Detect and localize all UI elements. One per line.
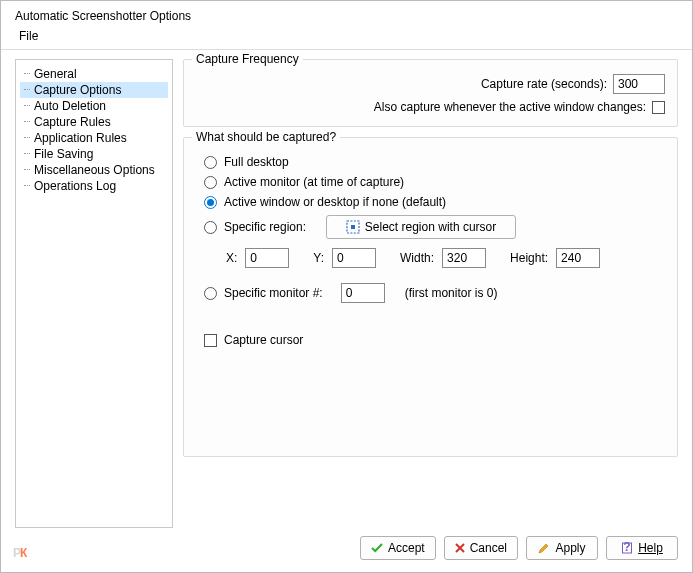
select-region-button[interactable]: Select region with cursor: [326, 215, 516, 239]
width-label: Width:: [400, 251, 434, 265]
also-capture-checkbox[interactable]: [652, 101, 665, 114]
row-capture-rate: Capture rate (seconds):: [196, 74, 665, 94]
content-area: General Capture Options Auto Deletion Ca…: [15, 59, 678, 528]
menubar: File: [1, 25, 692, 47]
label-capture-cursor: Capture cursor: [224, 333, 303, 347]
window-title: Automatic Screenshotter Options: [15, 9, 678, 23]
svg-rect-1: [351, 225, 355, 229]
cancel-button[interactable]: Cancel: [444, 536, 518, 560]
settings-panel: Capture Frequency Capture rate (seconds)…: [183, 59, 678, 528]
radio-row-active-window[interactable]: Active window or desktop if none (defaul…: [196, 192, 665, 212]
radio-active-window[interactable]: [204, 196, 217, 209]
watermark: PК: [13, 541, 26, 562]
height-input[interactable]: [556, 248, 600, 268]
tree-item-application-rules[interactable]: Application Rules: [20, 130, 168, 146]
capture-rate-input[interactable]: [613, 74, 665, 94]
radio-row-full-desktop[interactable]: Full desktop: [196, 152, 665, 172]
accept-button[interactable]: Accept: [360, 536, 436, 560]
specific-monitor-input[interactable]: [341, 283, 385, 303]
specific-monitor-hint: (first monitor is 0): [405, 286, 498, 300]
pencil-icon: [538, 542, 550, 554]
radio-row-specific-region[interactable]: Specific region: Select region with curs…: [196, 212, 665, 242]
y-label: Y:: [313, 251, 324, 265]
x-input[interactable]: [245, 248, 289, 268]
label-full-desktop: Full desktop: [224, 155, 289, 169]
capture-rate-label: Capture rate (seconds):: [481, 77, 607, 91]
check-icon: [371, 543, 383, 553]
apply-button[interactable]: Apply: [526, 536, 598, 560]
radio-row-specific-monitor[interactable]: Specific monitor #: (first monitor is 0): [196, 280, 665, 306]
row-also-capture: Also capture whenever the active window …: [196, 100, 665, 114]
row-capture-cursor[interactable]: Capture cursor: [196, 330, 665, 350]
group-title-capture-target: What should be captured?: [192, 130, 340, 144]
width-input[interactable]: [442, 248, 486, 268]
tree-item-operations-log[interactable]: Operations Log: [20, 178, 168, 194]
row-region-coords: X: Y: Width: Height:: [196, 242, 665, 274]
radio-row-active-monitor[interactable]: Active monitor (at time of capture): [196, 172, 665, 192]
svg-text:?: ?: [623, 542, 630, 554]
tree-item-capture-rules[interactable]: Capture Rules: [20, 114, 168, 130]
select-region-icon: [346, 220, 360, 234]
label-specific-monitor: Specific monitor #:: [224, 286, 323, 300]
divider: [1, 49, 692, 50]
nav-tree[interactable]: General Capture Options Auto Deletion Ca…: [15, 59, 173, 528]
dialog-buttons: Accept Cancel Apply ? Help: [360, 536, 678, 560]
x-icon: [455, 543, 465, 553]
label-specific-region: Specific region:: [224, 220, 306, 234]
label-active-monitor: Active monitor (at time of capture): [224, 175, 404, 189]
radio-specific-region[interactable]: [204, 221, 217, 234]
radio-full-desktop[interactable]: [204, 156, 217, 169]
group-capture-frequency: Capture Frequency Capture rate (seconds)…: [183, 59, 678, 127]
help-button[interactable]: ? Help: [606, 536, 678, 560]
x-label: X:: [226, 251, 237, 265]
y-input[interactable]: [332, 248, 376, 268]
capture-cursor-checkbox[interactable]: [204, 334, 217, 347]
tree-item-capture-options[interactable]: Capture Options: [20, 82, 168, 98]
help-book-icon: ?: [621, 542, 633, 554]
label-active-window: Active window or desktop if none (defaul…: [224, 195, 446, 209]
also-capture-label: Also capture whenever the active window …: [374, 100, 646, 114]
tree-item-auto-deletion[interactable]: Auto Deletion: [20, 98, 168, 114]
tree-item-file-saving[interactable]: File Saving: [20, 146, 168, 162]
options-window: Automatic Screenshotter Options File Gen…: [0, 0, 693, 573]
tree-item-general[interactable]: General: [20, 66, 168, 82]
menu-file[interactable]: File: [15, 27, 42, 45]
tree-item-misc-options[interactable]: Miscellaneous Options: [20, 162, 168, 178]
radio-active-monitor[interactable]: [204, 176, 217, 189]
radio-specific-monitor[interactable]: [204, 287, 217, 300]
height-label: Height:: [510, 251, 548, 265]
group-capture-target: What should be captured? Full desktop Ac…: [183, 137, 678, 457]
title-bar: Automatic Screenshotter Options: [1, 1, 692, 25]
group-title-capture-frequency: Capture Frequency: [192, 52, 303, 66]
